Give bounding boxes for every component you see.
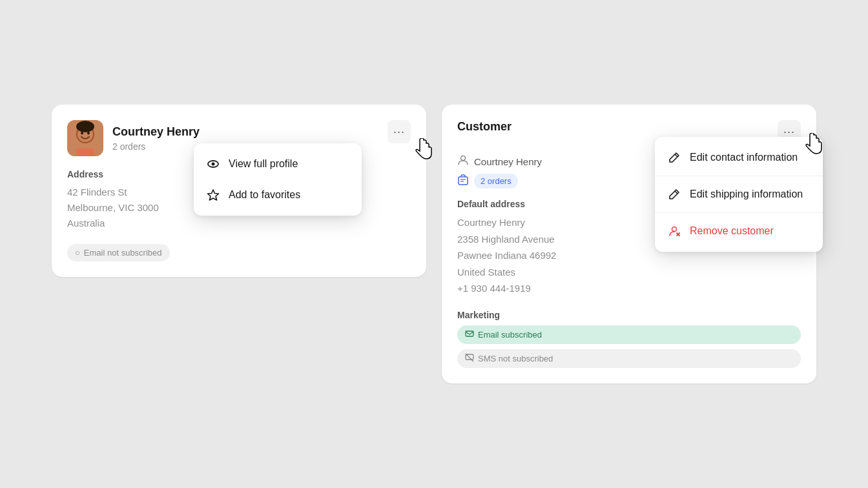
view-full-profile-item[interactable]: View full profile	[194, 148, 362, 179]
left-email-badge-text: Email not subscribed	[84, 248, 162, 258]
edit-contact-icon	[668, 151, 681, 164]
edit-contact-label: Edit contact information	[690, 152, 798, 163]
email-subscribed-text: Email subscribed	[478, 330, 542, 340]
cards-container: Courtney Henry 2 orders ··· Address 42 F…	[26, 105, 842, 383]
eye-icon	[207, 158, 220, 170]
add-to-favorites-item[interactable]: Add to favorites	[194, 179, 362, 210]
svg-marker-9	[208, 190, 219, 200]
right-orders-badge: 2 orders	[474, 174, 518, 188]
left-customer-orders: 2 orders	[112, 141, 200, 152]
svg-rect-6	[76, 148, 94, 156]
right-card: Customer ··· Courtney Henry	[442, 105, 816, 383]
marketing-label: Marketing	[457, 310, 801, 320]
left-card-header-left: Courtney Henry 2 orders	[67, 120, 200, 156]
left-email-badge: ○ Email not subscribed	[67, 244, 170, 261]
left-card: Courtney Henry 2 orders ··· Address 42 F…	[52, 105, 426, 277]
left-cursor	[415, 138, 433, 164]
menu-divider-2	[655, 212, 823, 213]
sms-not-subscribed-icon	[465, 353, 474, 364]
email-not-subscribed-icon: ○	[75, 248, 80, 258]
star-icon	[207, 188, 220, 201]
email-subscribed-icon	[465, 329, 474, 340]
right-phone: +1 930 444-1919	[457, 280, 801, 297]
right-customer-name: Courtney Henry	[474, 156, 542, 167]
left-card-customer-info: Courtney Henry 2 orders	[112, 125, 200, 152]
marketing-badges: Email subscribed SMS not subscribed	[457, 325, 801, 368]
left-customer-name: Courtney Henry	[112, 125, 200, 139]
right-dropdown-menu: Edit contact information Edit shipping i…	[655, 137, 823, 252]
email-subscribed-badge: Email subscribed	[457, 325, 801, 344]
edit-shipping-icon	[668, 188, 681, 201]
svg-rect-14	[466, 331, 473, 336]
svg-point-17	[672, 227, 677, 232]
sms-not-subscribed-text: SMS not subscribed	[478, 354, 553, 363]
left-address-line3: Australia	[67, 218, 105, 229]
left-more-button[interactable]: ···	[388, 120, 411, 143]
remove-customer-item[interactable]: Remove customer	[655, 216, 823, 247]
right-address-line3: United States	[457, 264, 801, 281]
remove-customer-label: Remove customer	[690, 225, 774, 237]
avatar	[67, 120, 103, 156]
view-full-profile-label: View full profile	[229, 158, 298, 170]
edit-shipping-item[interactable]: Edit shipping information	[655, 179, 823, 210]
svg-point-5	[76, 121, 94, 132]
svg-line-16	[466, 354, 473, 361]
person-icon	[457, 154, 469, 168]
menu-divider-1	[655, 176, 823, 176]
sms-not-subscribed-badge: SMS not subscribed	[457, 349, 801, 368]
marketing-section: Marketing Email subscribed	[457, 310, 801, 368]
orders-icon	[457, 174, 469, 188]
svg-point-8	[212, 163, 215, 166]
right-orders-badge-text: 2 orders	[480, 176, 512, 186]
add-to-favorites-label: Add to favorites	[229, 189, 300, 201]
edit-contact-item[interactable]: Edit contact information	[655, 142, 823, 173]
svg-rect-11	[459, 177, 468, 185]
left-address-line2: Melbourne, VIC 3000	[67, 202, 159, 213]
right-card-title: Customer	[457, 120, 512, 134]
left-dropdown-menu: View full profile Add to favorites	[194, 143, 362, 216]
edit-shipping-label: Edit shipping information	[690, 188, 803, 200]
left-address-line1: 42 Flinders St	[67, 187, 127, 198]
remove-customer-icon	[668, 225, 681, 238]
svg-point-10	[461, 156, 466, 161]
